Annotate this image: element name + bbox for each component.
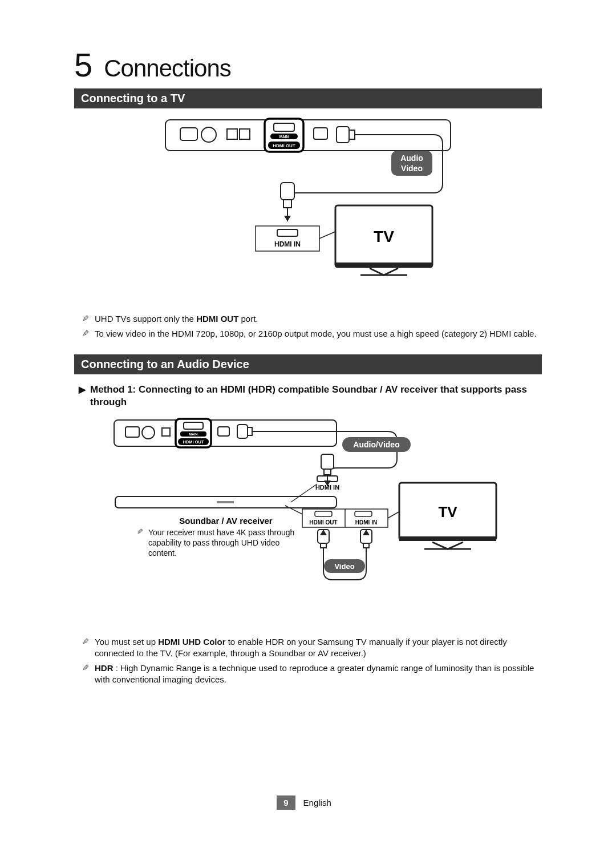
label-audio-video: Audio/Video xyxy=(353,440,399,449)
svg-rect-21 xyxy=(114,420,337,446)
section-heading-connecting-audio: Connecting to an Audio Device xyxy=(74,354,542,374)
note-item: UHD TVs support only the HDMI OUT port. xyxy=(82,312,542,326)
page-language: English xyxy=(295,795,339,810)
svg-rect-35 xyxy=(324,469,331,475)
note-item: You must set up HDMI UHD Color to enable… xyxy=(82,635,542,661)
diagram-connecting-tv: MAIN HDMI OUT Audio Video xyxy=(148,115,468,304)
label-audio: Audio xyxy=(400,154,423,163)
svg-rect-10 xyxy=(337,127,349,143)
hdmi-plug-icon xyxy=(321,454,334,475)
svg-rect-19 xyxy=(335,263,432,267)
svg-marker-12 xyxy=(284,216,291,221)
chapter-title: Connections xyxy=(104,55,230,82)
svg-rect-34 xyxy=(321,454,334,469)
section-heading-connecting-tv: Connecting to a TV xyxy=(74,88,542,108)
chapter-number: 5 xyxy=(74,46,91,84)
label-hdmi-in-bottom: HDMI IN xyxy=(355,519,377,526)
svg-rect-51 xyxy=(399,536,496,541)
label-main: MAIN xyxy=(279,135,289,139)
diagram-connecting-audio: MAIN HDMI OUT Audio/Video HDMI IN xyxy=(91,417,525,628)
svg-rect-31 xyxy=(248,427,252,435)
hdmi-plug-icon xyxy=(281,183,294,208)
label-hdmi-out: HDMI OUT xyxy=(183,439,204,445)
label-video: Video xyxy=(334,562,354,571)
note-item: Your receiver must have 4K pass through … xyxy=(137,526,302,560)
label-tv: TV xyxy=(438,503,457,520)
svg-rect-13 xyxy=(281,183,294,200)
label-main: MAIN xyxy=(189,433,197,436)
label-hdmi-out: HDMI OUT xyxy=(273,143,295,148)
page-footer: 9 English xyxy=(0,795,616,810)
svg-rect-46 xyxy=(363,543,369,548)
note-item: HDR : High Dynamic Range is a technique … xyxy=(82,661,542,688)
label-hdmi-out-bottom: HDMI OUT xyxy=(309,519,337,526)
method-title: Method 1: Connecting to an HDMI (HDR) co… xyxy=(90,383,537,409)
svg-rect-11 xyxy=(349,130,355,139)
note-list: You must set up HDMI UHD Color to enable… xyxy=(74,635,542,688)
label-hdmi-in: HDMI IN xyxy=(274,240,301,248)
svg-rect-30 xyxy=(237,425,248,438)
label-hdmi-in: HDMI IN xyxy=(315,484,339,491)
note-item: To view video in the HDMI 720p, 1080p, o… xyxy=(82,326,542,341)
chapter-heading: 5 Connections xyxy=(74,46,542,84)
label-video: Video xyxy=(401,164,423,173)
note-list: UHD TVs support only the HDMI OUT port. … xyxy=(74,312,542,342)
method-heading: ▶ Method 1: Connecting to an HDMI (HDR) … xyxy=(74,381,542,417)
svg-rect-38 xyxy=(217,501,234,503)
receiver-note-list: Your receiver must have 4K pass through … xyxy=(137,526,302,560)
label-tv: TV xyxy=(374,228,394,245)
page-number: 9 xyxy=(277,795,295,810)
label-soundbar: Soundbar / AV receiver xyxy=(179,516,273,526)
triangle-icon: ▶ xyxy=(79,383,86,409)
svg-rect-14 xyxy=(283,200,291,208)
svg-rect-44 xyxy=(321,543,326,548)
